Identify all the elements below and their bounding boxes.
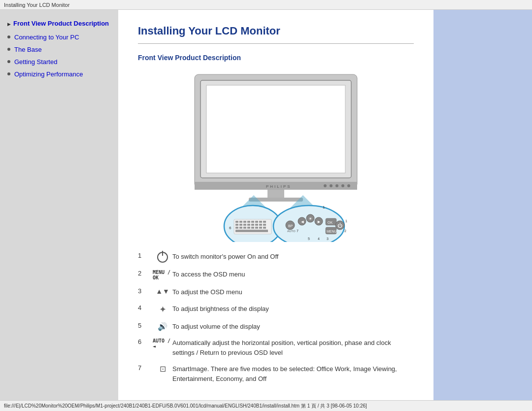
feature-desc-4: To adjust brightness of the display [172, 304, 414, 314]
svg-rect-25 [239, 224, 242, 226]
sidebar-label-getting-started: Getting Started [14, 58, 57, 66]
svg-text:7: 7 [297, 229, 299, 233]
svg-rect-2 [206, 85, 345, 173]
nav-dot-getting-started [7, 60, 10, 63]
monitor-diagram: PHILIPS [138, 69, 414, 242]
feature-list: 1 To switch monitor's power On and Off 2… [138, 252, 414, 383]
feature-icon-volume: 🔊 [153, 322, 172, 331]
feature-desc-1: To switch monitor's power On and Off [172, 252, 414, 262]
svg-text:4: 4 [318, 237, 320, 240]
svg-rect-34 [243, 227, 246, 229]
sidebar-item-getting-started[interactable]: Getting Started [7, 58, 111, 66]
svg-text:◄: ◄ [300, 219, 305, 224]
sidebar-item-optimizing[interactable]: Optimizing Performance [7, 70, 111, 78]
svg-text:MENU: MENU [327, 230, 337, 233]
svg-rect-35 [247, 227, 250, 229]
svg-text:2: 2 [344, 229, 346, 233]
feature-desc-3: To adjust the OSD menu [172, 287, 414, 297]
svg-rect-20 [251, 221, 254, 223]
svg-point-6 [330, 184, 332, 187]
svg-rect-38 [259, 227, 262, 229]
nav-bullet-active: ▸ [7, 21, 10, 28]
svg-text:6: 6 [229, 226, 232, 230]
brightness-icon: ✦ [159, 304, 166, 315]
feature-icon-smartimage: ⊡ [153, 364, 172, 374]
feature-icon-menu: MENU / OK [153, 270, 172, 280]
feature-icon-arrows: ▲▼ [153, 287, 172, 295]
svg-rect-18 [243, 221, 246, 223]
svg-text:BP: BP [288, 224, 293, 228]
svg-rect-31 [263, 224, 266, 226]
feature-row-2: 2 MENU / OK To access the OSD menu [138, 270, 414, 280]
feature-num-1: 1 [138, 252, 153, 259]
nav-dot-optimizing [7, 72, 10, 75]
power-icon [157, 252, 168, 263]
feature-row-6: 6 AUTO / ◄ Automatically adjust the hori… [138, 338, 414, 357]
svg-point-5 [324, 184, 327, 187]
volume-icon: 🔊 [158, 322, 167, 331]
feature-num-6: 6 [138, 338, 153, 345]
svg-rect-29 [255, 224, 258, 226]
status-bar-text: file:///E|/LCD%20Monitor%20OEM/Philips/M… [4, 403, 367, 410]
feature-row-5: 5 🔊 To adjust volume of the display [138, 322, 414, 332]
feature-row-4: 4 ✦ To adjust brightness of the display [138, 304, 414, 315]
svg-rect-17 [239, 221, 242, 223]
center-panel: Installing Your LCD Monitor Front View P… [118, 10, 433, 400]
feature-num-2: 2 [138, 270, 153, 277]
svg-rect-10 [267, 190, 284, 199]
feature-num-5: 5 [138, 322, 153, 329]
svg-rect-21 [255, 221, 258, 223]
sidebar-item-the-base[interactable]: The Base [7, 46, 111, 53]
svg-rect-22 [259, 221, 262, 223]
svg-rect-37 [255, 227, 258, 229]
svg-rect-40 [235, 230, 268, 232]
svg-text:1: 1 [345, 219, 347, 223]
nav-dot-the-base [7, 48, 10, 51]
svg-rect-23 [263, 221, 266, 223]
svg-rect-30 [259, 224, 262, 226]
arrows-icon: ▲▼ [156, 287, 169, 295]
svg-rect-33 [239, 227, 242, 229]
svg-rect-27 [247, 224, 250, 226]
svg-text:⏻: ⏻ [337, 223, 342, 228]
feature-desc-5: To adjust volume of the display [172, 322, 414, 332]
svg-text:3: 3 [327, 237, 329, 240]
section-title: Front View Product Description [138, 54, 414, 62]
sidebar-label-the-base: The Base [14, 46, 42, 53]
svg-rect-24 [235, 224, 238, 226]
feature-row-3: 3 ▲▼ To adjust the OSD menu [138, 287, 414, 297]
svg-point-8 [341, 184, 344, 187]
svg-text:OK: OK [328, 221, 332, 224]
svg-point-9 [347, 184, 350, 187]
title-bar-text: Installing Your LCD Monitor [4, 2, 69, 8]
status-bar: file:///E|/LCD%20Monitor%20OEM/Philips/M… [0, 400, 532, 411]
feature-row-1: 1 To switch monitor's power On and Off [138, 252, 414, 263]
sidebar-label-front-view: Front View Product Description [13, 20, 109, 27]
feature-num-4: 4 [138, 304, 153, 311]
smartimage-icon: ⊡ [160, 364, 166, 374]
svg-rect-32 [235, 227, 238, 229]
main-layout: ▸ Front View Product Description Connect… [0, 10, 532, 400]
feature-desc-2: To access the OSD menu [172, 270, 414, 279]
feature-desc-6: Automatically adjust the horizontal posi… [172, 338, 414, 357]
sidebar-item-connecting[interactable]: Connecting to Your PC [7, 34, 111, 41]
svg-text:☀: ☀ [308, 216, 312, 221]
svg-rect-19 [247, 221, 250, 223]
feature-row-7: 7 ⊡ SmartImage. There are five modes to … [138, 364, 414, 383]
sidebar-label-optimizing: Optimizing Performance [14, 70, 83, 78]
sidebar-label-connecting: Connecting to Your PC [14, 34, 79, 41]
sidebar-item-front-view[interactable]: ▸ Front View Product Description [7, 20, 111, 28]
menu-ok-label: MENU / OK [153, 270, 172, 280]
svg-rect-36 [251, 227, 254, 229]
feature-icon-brightness: ✦ [153, 304, 172, 315]
svg-point-7 [335, 184, 338, 187]
svg-text:PHILIPS: PHILIPS [266, 184, 292, 189]
svg-text:1: 1 [323, 205, 325, 209]
sidebar: ▸ Front View Product Description Connect… [0, 10, 118, 400]
svg-text:►: ► [317, 219, 321, 224]
svg-text:5: 5 [308, 237, 310, 240]
monitor-svg: PHILIPS [180, 69, 372, 242]
svg-text:AUTO: AUTO [287, 230, 296, 233]
feature-icon-power [153, 252, 172, 263]
page-title: Installing Your LCD Monitor [138, 25, 414, 37]
